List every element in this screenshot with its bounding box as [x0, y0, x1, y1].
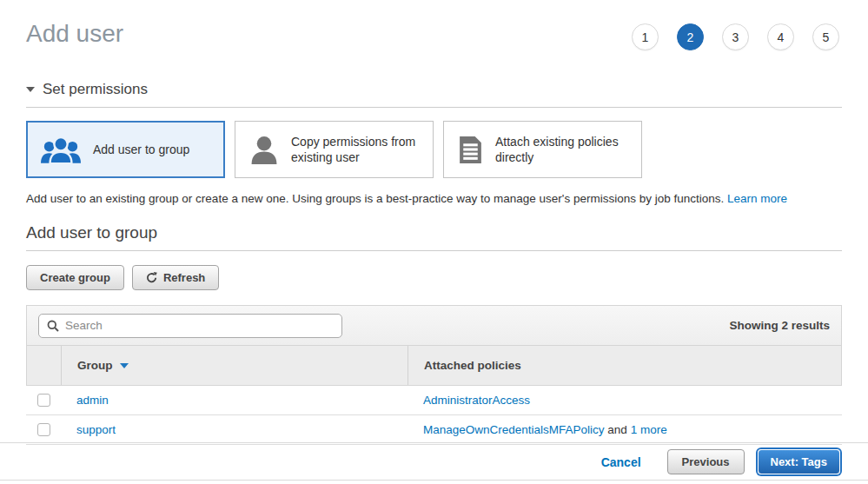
table-header-row: Group Attached policies: [26, 346, 842, 386]
page-title: Add user: [26, 19, 123, 49]
section-title: Set permissions: [43, 81, 148, 98]
table-row: admin AdministratorAccess: [26, 386, 842, 415]
previous-button[interactable]: Previous: [667, 449, 745, 474]
learn-more-link[interactable]: Learn more: [727, 192, 787, 205]
more-policies-link[interactable]: 1 more: [631, 423, 667, 436]
row-checkbox[interactable]: [37, 423, 50, 436]
set-permissions-section-toggle[interactable]: Set permissions: [26, 81, 842, 98]
group-name-link[interactable]: admin: [76, 394, 109, 407]
step-5[interactable]: 5: [812, 23, 839, 50]
heading-divider: [26, 250, 842, 251]
column-header-attached-policies: Attached policies: [408, 346, 841, 385]
table-row: support ManageOwnCredentialsMFAPolicy an…: [26, 415, 842, 445]
policy-link[interactable]: AdministratorAccess: [423, 394, 530, 407]
step-2-active[interactable]: 2: [677, 23, 704, 50]
option-copy-permissions[interactable]: Copy permissions from existing user: [235, 121, 434, 178]
policy-link[interactable]: ManageOwnCredentialsMFAPolicy: [423, 423, 605, 436]
column-header-group[interactable]: Group: [62, 346, 408, 385]
user-icon: [249, 136, 279, 164]
option-add-user-to-group[interactable]: Add user to group: [26, 121, 225, 178]
user-group-icon: [41, 136, 81, 164]
option-attach-policies[interactable]: Attach existing policies directly: [443, 121, 642, 178]
results-count: Showing 2 results: [729, 319, 830, 332]
select-all-column: [27, 346, 62, 385]
document-icon: [458, 136, 483, 164]
description-text: Add user to an existing group or create …: [26, 192, 724, 205]
groups-table: Showing 2 results Group Attached policie…: [26, 305, 842, 445]
wizard-footer: Cancel Previous Next: Tags: [601, 449, 840, 474]
row-checkbox[interactable]: [37, 394, 50, 407]
group-name-link[interactable]: support: [76, 423, 116, 436]
search-box[interactable]: [38, 314, 342, 338]
groups-description: Add user to an existing group or create …: [26, 192, 842, 205]
step-3[interactable]: 3: [722, 23, 749, 50]
create-group-button[interactable]: Create group: [26, 265, 124, 290]
and-text: and: [605, 423, 631, 436]
permission-option-cards: Add user to group Copy permissions from …: [26, 121, 842, 178]
table-toolbar: Showing 2 results: [26, 305, 842, 346]
step-1[interactable]: 1: [632, 23, 659, 50]
next-tags-button[interactable]: Next: Tags: [758, 449, 841, 474]
collapse-caret-icon: [26, 87, 35, 92]
refresh-button[interactable]: Refresh: [132, 265, 219, 290]
refresh-icon: [146, 272, 157, 283]
footer-divider: [0, 442, 868, 443]
cancel-button[interactable]: Cancel: [601, 455, 641, 469]
search-input[interactable]: [65, 319, 334, 332]
option-label: Add user to group: [93, 142, 189, 157]
option-label: Attach existing policies directly: [495, 134, 631, 165]
bottom-divider: [0, 480, 868, 481]
sort-descending-icon: [120, 363, 129, 368]
add-user-to-group-heading: Add user to group: [26, 223, 842, 242]
section-divider: [26, 107, 842, 108]
wizard-step-indicator: 1 2 3 4 5: [632, 23, 839, 50]
option-label: Copy permissions from existing user: [291, 134, 422, 165]
group-actions: Create group Refresh: [26, 265, 842, 290]
step-4[interactable]: 4: [767, 23, 794, 50]
page-header: Add user 1 2 3 4 5: [26, 0, 842, 50]
search-icon: [47, 320, 59, 332]
add-user-wizard-page: Add user 1 2 3 4 5 Set permissions: [0, 0, 868, 484]
